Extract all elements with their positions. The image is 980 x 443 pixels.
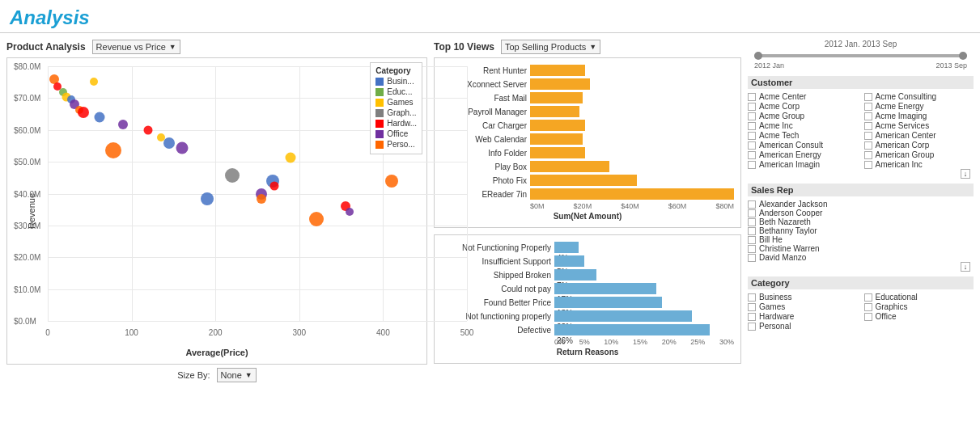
customer-filter-item[interactable]: Acme Center xyxy=(748,92,858,101)
salesrep-scroll-down[interactable]: ↓ xyxy=(961,262,970,272)
customer-filter-item[interactable]: American Inc xyxy=(864,160,974,169)
category-checkbox[interactable] xyxy=(748,303,756,311)
salesrep-checkbox[interactable] xyxy=(748,227,756,235)
category-filter-item[interactable]: Hardware xyxy=(748,312,858,321)
customer-checkbox[interactable] xyxy=(864,103,872,111)
salesrep-name: Alexander Jackson xyxy=(759,200,828,209)
revenue-vs-price-dropdown[interactable]: Revenue vs Price ▼ xyxy=(92,40,180,54)
category-checkbox[interactable] xyxy=(864,303,872,311)
category-filter-item[interactable]: Business xyxy=(748,293,858,302)
return-bar-row: Insufficient Support5% xyxy=(441,255,734,267)
customer-name: Acme Group xyxy=(759,112,804,120)
customer-checkbox[interactable] xyxy=(748,141,756,150)
customer-name: Acme Energy xyxy=(876,102,924,111)
size-by-label: Size By: xyxy=(177,370,210,380)
category-filter-item[interactable]: Personal xyxy=(748,322,858,331)
bar-row: Rent Hunter xyxy=(441,65,734,76)
time-slider[interactable]: 2012 Jan. 2013 Sep 2012 Jan 2013 Sep xyxy=(748,40,974,70)
category-checkbox[interactable] xyxy=(864,293,872,302)
salesrep-checkbox[interactable] xyxy=(748,209,756,217)
scatter-dot xyxy=(269,182,278,191)
bar-row: Play Box xyxy=(441,161,734,172)
customer-name: Acme Consulting xyxy=(876,92,937,101)
top-selling-dropdown[interactable]: Top Selling Products ▼ xyxy=(501,40,600,54)
x-axis-label: Average(Price) xyxy=(185,348,248,357)
legend-item: Office xyxy=(375,129,417,138)
customer-checkbox[interactable] xyxy=(864,122,872,130)
customer-filter-item[interactable]: American Energy xyxy=(748,150,858,159)
customer-name: Acme Imaging xyxy=(876,112,927,120)
customer-filter-item[interactable]: Acme Corp xyxy=(748,102,858,111)
category-checkbox[interactable] xyxy=(748,313,756,321)
category-name: Educational xyxy=(876,293,918,302)
customer-name: American Consult xyxy=(759,141,823,150)
customer-filter-item[interactable]: American Group xyxy=(864,150,974,159)
category-name: Office xyxy=(876,312,897,321)
salesrep-filter-item[interactable]: Beth Nazareth xyxy=(748,217,974,226)
customer-checkbox[interactable] xyxy=(748,112,756,120)
salesrep-checkbox[interactable] xyxy=(748,236,756,244)
salesrep-filter-item[interactable]: Anderson Cooper xyxy=(748,209,974,217)
category-checkbox[interactable] xyxy=(864,313,872,321)
salesrep-filter-item[interactable]: Bethanny Taylor xyxy=(748,226,974,235)
salesrep-filter-item[interactable]: Bill He xyxy=(748,235,974,244)
customer-filter-item[interactable]: Acme Imaging xyxy=(864,112,974,120)
category-checkbox[interactable] xyxy=(748,293,756,302)
salesrep-checkbox[interactable] xyxy=(748,245,756,253)
customer-checkbox[interactable] xyxy=(864,161,872,169)
customer-filter-item[interactable]: Acme Consulting xyxy=(864,92,974,101)
salesrep-checkbox[interactable] xyxy=(748,200,756,209)
customer-filter-item[interactable]: Acme Inc xyxy=(748,121,858,130)
category-checkbox[interactable] xyxy=(748,323,756,331)
legend-item: Educ... xyxy=(375,87,417,96)
salesrep-filter-item[interactable]: David Manzo xyxy=(748,253,974,262)
x-tick: 400 xyxy=(376,328,390,337)
customer-filter-item[interactable]: American Corp xyxy=(864,141,974,150)
customer-name: American Group xyxy=(876,150,935,159)
top10-panel: Top 10 Views Top Selling Products ▼ Rent… xyxy=(434,40,741,434)
salesrep-checkbox[interactable] xyxy=(748,218,756,226)
customer-checkbox[interactable] xyxy=(864,141,872,150)
top10-x-title: Sum(Net Amount) xyxy=(441,212,734,221)
customer-checkbox[interactable] xyxy=(748,103,756,111)
y-tick: $80.0M xyxy=(14,62,40,71)
customer-checkbox[interactable] xyxy=(748,122,756,130)
customer-checkbox[interactable] xyxy=(748,93,756,101)
category-filter-item[interactable]: Games xyxy=(748,302,858,311)
customer-checkbox[interactable] xyxy=(864,151,872,159)
salesrep-filter-item[interactable]: Christine Warren xyxy=(748,244,974,253)
size-by-dropdown[interactable]: None ▼ xyxy=(217,368,257,382)
category-name: Business xyxy=(759,293,792,302)
customer-checkbox[interactable] xyxy=(864,93,872,101)
scatter-dot xyxy=(385,175,398,188)
category-filter-item[interactable]: Educational xyxy=(864,293,974,302)
customer-filter-item[interactable]: Acme Group xyxy=(748,112,858,120)
customer-filter-item[interactable]: Acme Energy xyxy=(864,102,974,111)
customer-scroll-down[interactable]: ↓ xyxy=(961,169,970,179)
slider-label: 2012 Jan. 2013 Sep xyxy=(748,40,974,49)
category-filter-item[interactable] xyxy=(864,322,974,331)
product-analysis-panel: Product Analysis Revenue vs Price ▼ Reve… xyxy=(6,40,427,434)
scatter-dot xyxy=(118,120,128,129)
legend-item: Graph... xyxy=(375,108,417,117)
customer-checkbox[interactable] xyxy=(748,132,756,140)
y-tick: $70.0M xyxy=(14,94,40,103)
customer-filter-item[interactable]: Acme Tech xyxy=(748,131,858,140)
bar-row: Info Folder xyxy=(441,147,734,158)
customer-checkbox[interactable] xyxy=(748,161,756,169)
customer-filter-item[interactable]: Acme Services xyxy=(864,121,974,130)
slider-left-label: 2012 Jan xyxy=(754,61,784,70)
salesrep-filter-item[interactable]: Alexander Jackson xyxy=(748,200,974,209)
salesrep-checkbox[interactable] xyxy=(748,254,756,262)
x-tick: 100 xyxy=(125,328,138,337)
customer-filter-item[interactable]: American Center xyxy=(864,131,974,140)
customer-filter-item[interactable]: American Imagin xyxy=(748,160,858,169)
customer-checkbox[interactable] xyxy=(864,112,872,120)
customer-checkbox[interactable] xyxy=(748,151,756,159)
customer-filter-item[interactable]: American Consult xyxy=(748,141,858,150)
category-filter-item[interactable]: Graphics xyxy=(864,302,974,311)
customer-checkbox[interactable] xyxy=(864,132,872,140)
return-bar-row: Not Functioning Properly4% xyxy=(441,242,734,253)
category-filter-item[interactable]: Office xyxy=(864,312,974,321)
category-filter-title: Category xyxy=(748,276,974,289)
